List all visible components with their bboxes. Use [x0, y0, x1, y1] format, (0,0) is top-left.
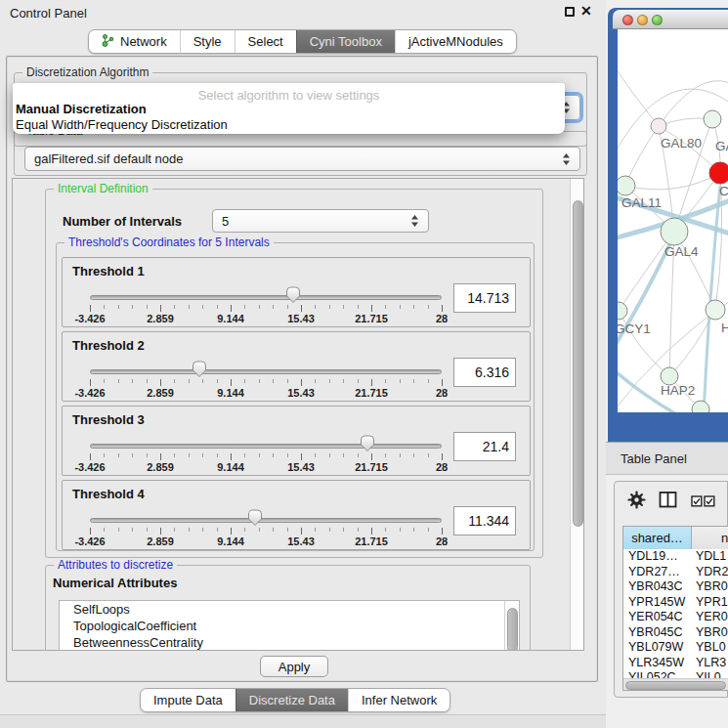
threshold-slider-track[interactable]: [90, 295, 442, 300]
network-node-GAL4[interactable]: [661, 218, 688, 245]
apply-button[interactable]: Apply: [260, 656, 328, 677]
checkbox-icon[interactable]: [704, 493, 715, 511]
table-column-header-2[interactable]: name: [692, 527, 728, 549]
numerical-attributes-list[interactable]: SelfLoopsTopologicalCoefficientBetweenne…: [59, 600, 520, 651]
threshold-slider-track[interactable]: [90, 369, 442, 374]
popup-option-equal-width-frequency[interactable]: Equal Width/Frequency Discretization: [16, 117, 228, 132]
attribute-item[interactable]: SelfLoops: [60, 601, 519, 618]
table-horizontal-scrollbar-thumb[interactable]: [625, 681, 726, 690]
threshold-slider-track[interactable]: [90, 444, 442, 449]
table-data-combobox[interactable]: galFiltered.sif default node: [24, 147, 580, 171]
network-node-GAL80[interactable]: [651, 118, 666, 134]
table-row[interactable]: YBR043CYBR0: [623, 579, 728, 595]
float-window-icon[interactable]: [565, 7, 575, 17]
tick-mark: [371, 305, 372, 312]
popup-hint: Select algorithm to view settings: [13, 88, 565, 103]
tab-network[interactable]: Network: [89, 30, 180, 53]
threshold-value-field[interactable]: 14.713: [453, 283, 516, 313]
attributes-scrollbar[interactable]: [504, 601, 519, 651]
tab-jactivemnodules[interactable]: jActiveMNodules: [395, 30, 516, 53]
tab-style[interactable]: Style: [180, 30, 235, 53]
table-row[interactable]: YDL19…YDL1: [623, 549, 728, 565]
network-node-GCY1[interactable]: [618, 302, 627, 320]
threshold-slider-handle[interactable]: [285, 286, 301, 304]
checkbox-icon[interactable]: [691, 493, 703, 511]
table-cell: YER054C: [623, 610, 692, 625]
network-node-C[interactable]: [709, 162, 728, 184]
attributes-scrollbar-thumb[interactable]: [507, 608, 518, 651]
minimize-light[interactable]: [637, 15, 648, 25]
tick-mark: [358, 379, 359, 383]
network-node-label: HAP2: [661, 383, 695, 398]
threshold-slider-handle[interactable]: [360, 435, 375, 452]
threshold-slider-handle[interactable]: [247, 509, 263, 527]
tick-mark: [132, 379, 133, 383]
network-node-GAL11[interactable]: [618, 176, 635, 195]
tick-label: 15.43: [287, 313, 315, 324]
tick-label: -3.426: [74, 535, 105, 547]
interval-definition-group: Interval Definition Number of Intervals …: [45, 189, 543, 558]
gear-icon[interactable]: [627, 491, 646, 513]
table-horizontal-scrollbar[interactable]: [623, 678, 728, 690]
close-light[interactable]: [622, 15, 633, 25]
network-edge: [618, 64, 659, 126]
zoom-light[interactable]: [652, 15, 663, 25]
threshold-slider-handle[interactable]: [192, 361, 207, 378]
tick-mark: [189, 453, 190, 457]
tick-mark: [244, 379, 245, 383]
settings-scrollbar-thumb[interactable]: [573, 200, 583, 527]
tick-label: 15.43: [287, 535, 315, 547]
close-icon[interactable]: ✕: [580, 3, 592, 19]
tick-mark: [160, 379, 161, 386]
algorithm-dropdown-popup: Select algorithm to view settings Manual…: [13, 83, 565, 134]
table-row[interactable]: YBL079WYBL0: [623, 640, 728, 656]
attribute-item[interactable]: BetweennessCentrality: [60, 634, 519, 651]
network-node-label: GCY1: [618, 321, 651, 336]
tick-label: -3.426: [74, 387, 105, 399]
tick-label: 2.859: [147, 461, 174, 473]
tab-infer-network[interactable]: Infer Network: [348, 689, 450, 711]
tick-mark: [315, 305, 316, 309]
network-node-H[interactable]: [706, 300, 725, 320]
threshold-box-1: Threshold 1-3.4262.8599.14415.4321.71528…: [62, 257, 531, 327]
tick-label: 15.43: [287, 461, 315, 473]
threshold-value-field[interactable]: 6.316: [453, 358, 516, 387]
table-row[interactable]: YLR345WYLR3: [623, 656, 728, 671]
tick-mark: [231, 528, 232, 535]
table-row[interactable]: YDR27…YDR2: [623, 565, 728, 580]
table-row[interactable]: YBR045CYBR0: [623, 625, 728, 641]
table-cell: YBR0: [692, 625, 728, 641]
tick-mark: [343, 305, 344, 309]
network-node-partial[interactable]: [692, 401, 709, 412]
attribute-item[interactable]: TopologicalCoefficient: [60, 618, 519, 634]
tick-label: 21.715: [355, 387, 388, 399]
table-row[interactable]: YER054CYER0: [623, 610, 728, 625]
tick-mark: [217, 305, 218, 309]
tick-label: -3.426: [74, 461, 105, 473]
tick-mark: [301, 305, 302, 312]
tab-label: Impute Data: [153, 693, 223, 707]
popup-option-manual-discretization[interactable]: Manual Discretization: [16, 102, 147, 116]
tab-cyni-toolbox[interactable]: Cyni Toolbox: [296, 30, 395, 53]
tick-mark: [343, 453, 344, 457]
tab-discretize-data[interactable]: Discretize Data: [236, 689, 348, 711]
tab-select[interactable]: Select: [235, 30, 296, 53]
tick-label: -3.426: [74, 313, 105, 324]
settings-scrollbar[interactable]: [570, 179, 584, 651]
network-node-label: GAL11: [621, 195, 662, 210]
threshold-value-field[interactable]: 11.344: [453, 506, 516, 535]
network-window-titlebar[interactable]: [613, 10, 728, 29]
threshold-slider-track[interactable]: [90, 518, 442, 523]
discretization-algorithm-label: Discretization Algorithm: [22, 65, 152, 79]
network-canvas[interactable]: GAL80GACGAL11GAL4GCY1HHAP2: [618, 29, 728, 412]
table-row[interactable]: YPR145WYPR1: [623, 595, 728, 611]
number-of-intervals-spinner[interactable]: 5: [212, 209, 429, 233]
tick-mark: [385, 528, 386, 532]
threshold-value-field[interactable]: 21.4: [453, 432, 516, 461]
tab-impute-data[interactable]: Impute Data: [141, 689, 236, 711]
network-node-GA[interactable]: [704, 110, 721, 128]
table-column-header-1[interactable]: shared…: [623, 527, 692, 549]
window-chrome: [0, 715, 606, 728]
columns-icon[interactable]: [659, 491, 677, 513]
node-attribute-table[interactable]: shared…name YDL19…YDL1YDR27…YDR2YBR043CY…: [622, 526, 728, 691]
